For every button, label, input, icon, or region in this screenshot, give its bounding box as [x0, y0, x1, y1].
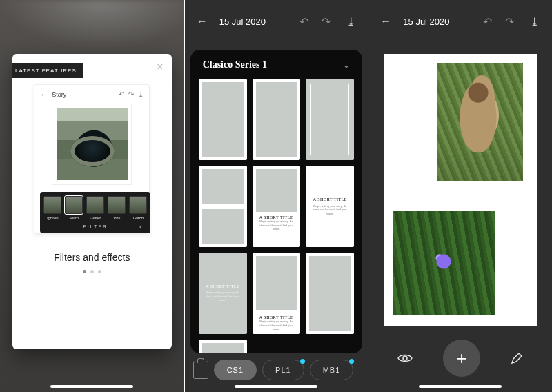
redo-icon[interactable]: ↷ [502, 15, 518, 28]
clipboard-icon[interactable] [193, 361, 208, 379]
redo-icon[interactable]: ↷ [128, 90, 134, 98]
template-grid: A SHORT TITLEBegin writing your story. B… [199, 79, 355, 353]
category-pill[interactable]: MB1 [310, 360, 354, 380]
editor-header: ← 15 Jul 2020 ↶ ↷ ⤓ [185, 0, 368, 43]
filter-option[interactable]: ighton [43, 196, 62, 220]
back-icon[interactable]: ← [378, 15, 393, 28]
document-date: 15 Jul 2020 [403, 17, 480, 27]
undo-icon[interactable]: ↶ [119, 90, 124, 98]
category-bar: CS1 PL1 MB1 [190, 355, 363, 385]
template-thumb[interactable]: A SHORT TITLEBegin writing your story. B… [306, 166, 354, 247]
latest-features-badge: LATEST FEATURES [12, 63, 83, 78]
template-thumb[interactable] [306, 253, 354, 334]
home-indicator [50, 385, 133, 388]
page-dots [83, 270, 101, 273]
template-thumb[interactable] [199, 166, 247, 247]
template-thumb[interactable] [306, 79, 354, 160]
screenshot-canvas-editor: ← 15 Jul 2020 ↶ ↷ ⤓ + [368, 0, 552, 392]
download-icon[interactable]: ⤓ [527, 15, 542, 28]
canvas-toolbar: + [368, 334, 552, 382]
filter-option[interactable]: Astro [64, 196, 83, 220]
undo-icon[interactable]: ↶ [296, 15, 311, 28]
template-thumb[interactable]: A SHORT TITLEBegin writing your story. B… [253, 253, 301, 334]
document-date: 15 Jul 2020 [219, 17, 297, 27]
editor-header: ← 15 Jul 2020 ↶ ↷ ⤓ [368, 0, 552, 43]
new-dot-icon [300, 359, 305, 364]
filter-option[interactable]: Glitch [128, 196, 148, 220]
undo-icon[interactable]: ↶ [480, 15, 495, 28]
back-icon[interactable]: ← [195, 15, 210, 28]
svg-point-0 [403, 356, 407, 360]
feature-caption: Filters and effects [54, 252, 130, 263]
back-icon[interactable]: ← [40, 91, 46, 98]
filter-caption: FILTER [83, 224, 108, 229]
preview-icon[interactable] [397, 353, 413, 364]
filter-bar: ighton Astro Glitter Vhs Glitch FILTER × [40, 192, 150, 233]
filter-option[interactable]: Glitter [86, 196, 105, 220]
screenshot-filters-effects: LATEST FEATURES × ← Story ↶ ↷ ⤓ i [0, 0, 184, 392]
template-thumb[interactable] [199, 340, 247, 353]
template-panel: Clasico Series 1 ⌄ A SHORT TITLEBegin wr… [190, 50, 363, 353]
pencil-icon[interactable] [511, 352, 523, 364]
sample-photo [57, 108, 128, 180]
home-indicator [419, 385, 502, 388]
canvas-image[interactable] [437, 63, 523, 181]
category-pill[interactable]: CS1 [214, 360, 257, 380]
home-indicator [235, 385, 317, 388]
redo-icon[interactable]: ↷ [318, 15, 333, 28]
screenshot-template-picker: ← 15 Jul 2020 ↶ ↷ ⤓ Clasico Series 1 ⌄ A… [184, 0, 368, 392]
download-icon[interactable]: ⤓ [138, 90, 144, 98]
story-editor-preview: ← Story ↶ ↷ ⤓ ighton Astro Glitter [34, 84, 150, 234]
template-series-title: Clasico Series 1 [203, 59, 267, 70]
photo-frame [52, 104, 132, 185]
add-button[interactable]: + [443, 340, 480, 377]
feature-card: LATEST FEATURES × ← Story ↶ ↷ ⤓ i [12, 54, 172, 349]
template-thumb[interactable] [253, 79, 301, 160]
filter-option[interactable]: Vhs [107, 196, 126, 220]
category-pill[interactable]: PL1 [262, 360, 304, 380]
chevron-down-icon[interactable]: ⌄ [343, 60, 350, 70]
story-title: Story [52, 91, 115, 98]
close-icon[interactable]: × [139, 224, 144, 231]
template-thumb[interactable]: A SHORT TITLEBegin writing your story. B… [199, 253, 247, 334]
download-icon[interactable]: ⤓ [343, 15, 358, 28]
new-dot-icon [349, 359, 354, 364]
template-thumb[interactable] [199, 79, 247, 160]
template-thumb[interactable]: A SHORT TITLEBegin writing your story. B… [253, 166, 301, 247]
canvas-image[interactable] [393, 211, 495, 315]
story-canvas[interactable] [384, 54, 537, 326]
close-icon[interactable]: × [157, 61, 163, 73]
